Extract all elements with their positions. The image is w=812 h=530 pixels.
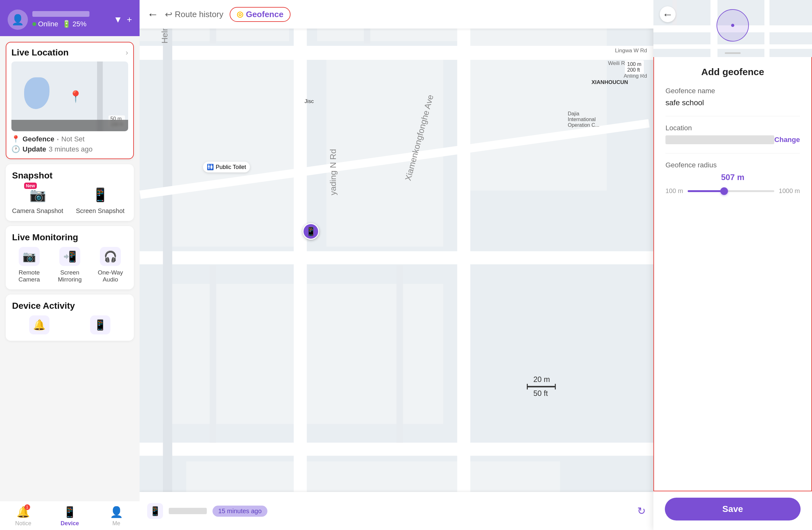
- radius-slider-track[interactable]: [688, 190, 774, 192]
- map-scale-top: 100 m200 ft: [625, 60, 644, 74]
- geofence-name-label: Geofence name: [665, 87, 800, 95]
- route-history-label: Route history: [175, 10, 223, 19]
- location-field: Location Change: [665, 124, 800, 144]
- svg-rect-8: [140, 46, 653, 60]
- geofence-meta-label: Geofence: [23, 135, 54, 143]
- nav-notice[interactable]: 🔔 1 Notice: [0, 505, 47, 527]
- screen-snapshot-item[interactable]: 📱 Screen Snapshot: [76, 185, 124, 215]
- one-way-audio-label: One-Way Audio: [93, 269, 128, 283]
- device-name-blur: [169, 508, 207, 514]
- geofence-meta-status: Not Set: [61, 135, 84, 143]
- svg-rect-13: [163, 29, 172, 530]
- update-meta-row: 🕐 Update 3 minutes ago: [11, 145, 128, 153]
- map-back-button[interactable]: ←: [147, 8, 159, 21]
- location-label: Location: [665, 124, 800, 132]
- status-row: Online 🔋 25%: [32, 20, 109, 28]
- right-back-button[interactable]: ←: [660, 6, 676, 22]
- live-location-title: Live Location: [11, 47, 69, 58]
- update-meta-icon: 🕐: [11, 145, 20, 153]
- live-location-title-row: Live Location ›: [11, 47, 128, 58]
- map-label-xianhoucun: XIANHOUCUN: [592, 79, 628, 86]
- radius-max: 1000 m: [779, 187, 800, 195]
- map-bottom-bar: 📱 15 minutes ago ↻: [140, 492, 653, 530]
- map-blob: [24, 77, 49, 109]
- update-meta-label: Update: [23, 145, 46, 153]
- username-blur: [32, 11, 89, 17]
- radius-slider-fill: [688, 190, 724, 192]
- save-btn-area: Save: [653, 491, 812, 530]
- svg-text:20 m: 20 m: [534, 375, 550, 384]
- battery-level: 25%: [73, 20, 87, 28]
- add-button[interactable]: +: [127, 15, 132, 25]
- geofence-name-field: Geofence name safe school: [665, 87, 800, 107]
- tab-geofence[interactable]: ◎ Geofence: [230, 7, 291, 22]
- svg-rect-31: [653, 44, 812, 49]
- right-panel: ← Add geofence Geofence name safe school…: [653, 0, 812, 530]
- me-icon: 👤: [110, 505, 123, 518]
- bottom-nav: 🔔 1 Notice 📱 Device 👤 Me: [0, 501, 140, 530]
- battery-row: 🔋 25%: [62, 20, 87, 28]
- camera-snapshot-item[interactable]: New 📷 Camera Snapshot: [12, 185, 63, 215]
- right-map-bg: ←: [653, 0, 812, 57]
- svg-rect-17: [210, 265, 216, 443]
- svg-rect-9: [140, 251, 653, 264]
- new-badge: New: [24, 182, 37, 189]
- snapshot-card: Snapshot New 📷 Camera Snapshot 📱 Screen …: [6, 164, 134, 221]
- activity-icon-1: 🔔: [29, 315, 49, 335]
- status-label: Online: [38, 20, 58, 28]
- public-toilet-poi: 🚻 Public Toilet: [203, 162, 250, 173]
- map-visual[interactable]: 20 m 50 ft Helms Rd yading N Rd Xiamenko…: [140, 29, 653, 530]
- activity-item-1: 🔔: [12, 315, 67, 335]
- save-button[interactable]: Save: [665, 498, 801, 520]
- geofence-name-value[interactable]: safe school: [665, 98, 704, 107]
- middle-panel: ← ↩ Route history ◎ Geofence: [140, 0, 653, 530]
- remote-camera-item[interactable]: 📷 Remote Camera: [12, 247, 46, 283]
- svg-rect-10: [140, 442, 653, 456]
- refresh-button[interactable]: ↻: [637, 505, 646, 517]
- map-preview[interactable]: 📍 50 m100 ft: [11, 61, 128, 131]
- monitoring-grid: 📷 Remote Camera 📲 Screen Mirroring 🎧 One…: [12, 247, 128, 283]
- online-dot: [32, 22, 36, 26]
- poi-label: Public Toilet: [216, 164, 246, 171]
- dropdown-button[interactable]: ▼: [114, 15, 122, 25]
- divider-2: [665, 153, 800, 153]
- map-address-blur: [11, 120, 128, 131]
- one-way-audio-icon: 🎧: [100, 247, 121, 266]
- svg-point-34: [731, 24, 734, 27]
- nav-device[interactable]: 📱 Device: [47, 505, 93, 527]
- me-label: Me: [112, 520, 120, 527]
- route-icon: ↩: [165, 9, 172, 20]
- location-meta: 📍 Geofence ● Not Set 🕐 Update 3 minutes …: [11, 135, 128, 153]
- chevron-right-icon[interactable]: ›: [126, 48, 128, 57]
- map-svg: 20 m 50 ft Helms Rd yading N Rd Xiamenko…: [140, 29, 653, 530]
- geofence-form-title: Add geofence: [665, 67, 800, 77]
- one-way-audio-item[interactable]: 🎧 One-Way Audio: [93, 247, 128, 283]
- camera-snapshot-icon: 📷: [29, 187, 46, 203]
- svg-rect-18: [396, 265, 403, 443]
- nav-me[interactable]: 👤 Me: [93, 505, 140, 527]
- radius-field: Geofence radius 507 m 100 m 1000 m: [665, 161, 800, 195]
- camera-snapshot-icon-wrap: New 📷: [27, 185, 49, 204]
- radius-slider-row: 100 m 1000 m: [665, 187, 800, 195]
- activity-grid: 🔔 📱: [12, 315, 128, 335]
- change-location-button[interactable]: Change: [774, 136, 800, 144]
- svg-text:yading N Rd: yading N Rd: [328, 149, 338, 195]
- map-label-dajia: Dajia International Operation C...: [568, 111, 606, 128]
- camera-snapshot-label: Camera Snapshot: [12, 207, 63, 215]
- map-label-jisc: Jisc: [304, 98, 314, 105]
- map-label-lingwa: Lingwa W Rd: [615, 47, 647, 54]
- screen-mirroring-item[interactable]: 📲 Screen Mirroring: [53, 247, 87, 283]
- screen-snapshot-icon: 📱: [92, 187, 108, 203]
- activity-icon-2: 📱: [90, 315, 111, 335]
- battery-icon: 🔋: [62, 20, 71, 28]
- geofence-meta-row: 📍 Geofence ● Not Set: [11, 135, 128, 143]
- svg-text:50 ft: 50 ft: [534, 389, 548, 398]
- divider-1: [665, 116, 800, 116]
- tab-route-history[interactable]: ↩ Route history: [165, 9, 223, 20]
- notice-label: Notice: [15, 520, 31, 527]
- location-value-blur: [665, 135, 774, 144]
- poi-icon: 🚻: [207, 164, 214, 171]
- radius-slider-thumb[interactable]: [720, 187, 728, 195]
- screen-mirroring-icon: 📲: [59, 247, 80, 266]
- avatar-icon: 👤: [11, 14, 24, 26]
